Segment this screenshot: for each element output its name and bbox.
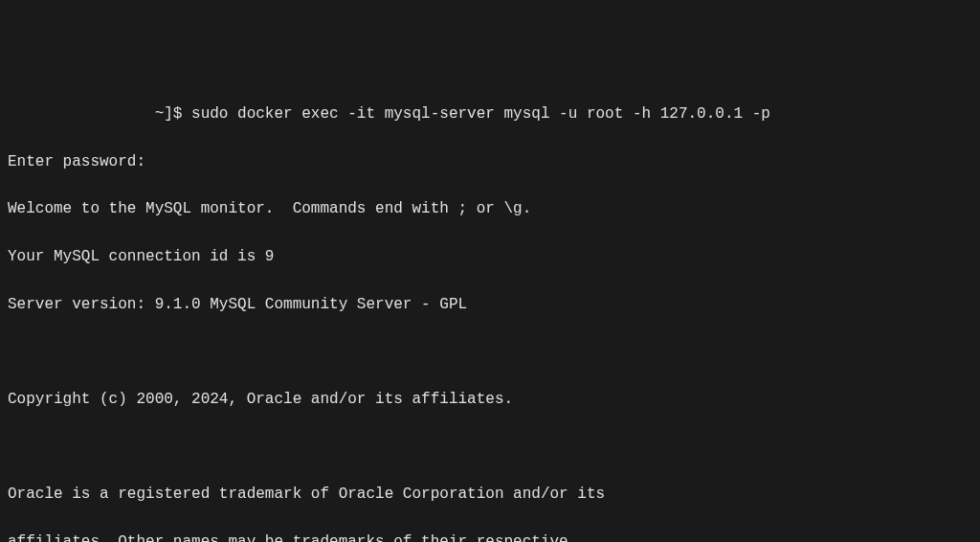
shell-command: sudo docker exec -it mysql-server mysql …	[191, 105, 770, 123]
welcome-line: Welcome to the MySQL monitor. Commands e…	[8, 197, 972, 221]
password-prompt: Enter password:	[8, 150, 972, 174]
server-version-line: Server version: 9.1.0 MySQL Community Se…	[8, 293, 972, 317]
trademark-line-2: affiliates. Other names may be trademark…	[8, 531, 972, 542]
trademark-line-1: Oracle is a registered trademark of Orac…	[8, 483, 972, 507]
blank-line	[8, 340, 972, 364]
copyright-line: Copyright (c) 2000, 2024, Oracle and/or …	[8, 388, 972, 412]
shell-command-line: ~]$ sudo docker exec -it mysql-server my…	[8, 102, 972, 126]
shell-prompt: ~]$	[8, 105, 191, 123]
connection-id-line: Your MySQL connection id is 9	[8, 245, 972, 269]
blank-line	[8, 435, 972, 459]
